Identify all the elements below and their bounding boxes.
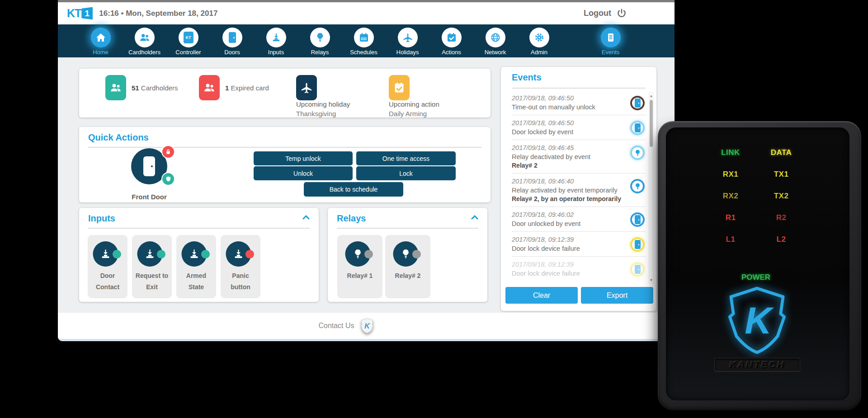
inputs-card: Inputs DoorContact Request toExit (79, 208, 319, 302)
content-area: 51 Cardholders 1 Expired card Upcoming h… (58, 57, 675, 313)
nav-item-inputs[interactable]: Inputs (254, 24, 298, 57)
nav-item-network[interactable]: Network (473, 24, 517, 57)
cardholders-stat: 51 Cardholders (105, 75, 178, 100)
clear-button[interactable]: Clear (505, 287, 578, 304)
nav-item-holidays[interactable]: Holidays (386, 24, 429, 57)
nav-item-cardholders[interactable]: Cardholders (123, 24, 166, 57)
datetime-text: 16:16 • Mon, September 18, 2017 (99, 9, 217, 18)
expired-stat-icon (199, 75, 220, 100)
input-tile-label: Panicbutton (221, 270, 260, 293)
device-led-labels: LINK DATA RX1 TX1 RX2 TX2 R1 R2 L1 L2 (705, 148, 807, 244)
holidays-icon (398, 28, 418, 47)
relay-event-icon (630, 179, 645, 193)
input-tile-door-contact[interactable]: DoorContact (88, 235, 127, 298)
holiday-icon (296, 75, 317, 100)
scrollbar-thumb[interactable] (650, 100, 653, 147)
svg-text:K: K (364, 322, 370, 330)
contact-us-link[interactable]: Contact Us K (318, 318, 373, 333)
door-event-icon (630, 96, 645, 110)
inputs-title: Inputs (88, 213, 115, 224)
event-list: 2017/09/18, 09:46:50 Time-out on manuall… (512, 90, 646, 284)
lock-button[interactable]: Lock (356, 166, 456, 180)
nav-item-doors[interactable]: Doors (210, 24, 254, 57)
home-icon (91, 28, 111, 47)
nav-item-schedules[interactable]: Schedules (342, 24, 386, 57)
events-title: Events (512, 72, 542, 83)
nav-item-relays[interactable]: Relays (298, 24, 342, 57)
event-row: 2017/09/18, 09:46:50 Door locked by even… (512, 115, 646, 140)
event-row: 2017/09/18, 09:12:39 Door lock device fa… (512, 232, 646, 257)
footer: Contact Us K (58, 313, 675, 341)
main-nav: Home Cardholders KT Controller Doors Inp… (58, 24, 675, 57)
door-event-icon (630, 212, 645, 227)
relays-collapse-button[interactable] (471, 215, 478, 220)
status-dot (364, 250, 373, 258)
led-data: DATA (771, 148, 792, 157)
scroll-down-icon[interactable]: ▼ (649, 278, 653, 282)
kantech-brand-plate: KANTECH (714, 358, 800, 371)
relay-tile-2[interactable]: Relay# 2 (385, 235, 430, 298)
export-button[interactable]: Export (581, 287, 653, 304)
relays-title: Relays (337, 213, 366, 224)
action-name: Daily Arming (389, 110, 427, 117)
status-dot (157, 250, 165, 258)
led-power: POWER (705, 273, 807, 282)
door-event-icon (630, 262, 645, 277)
unlock-button[interactable]: Unlock (254, 166, 353, 180)
one-time-access-button[interactable]: One time access (356, 151, 456, 165)
events-scrollbar[interactable]: ▲ ▼ (649, 92, 654, 284)
led-l2: L2 (777, 235, 786, 244)
nav-item-events[interactable]: Events (589, 24, 632, 57)
scroll-up-icon[interactable]: ▲ (649, 94, 653, 98)
nav-item-home[interactable]: Home (79, 24, 123, 57)
relay-tile-1[interactable]: Relay# 1 (337, 235, 382, 298)
input-tile-request-to-exit[interactable]: Request toExit (132, 235, 172, 298)
led-tx1: TX1 (774, 170, 789, 178)
relay-tile-label: Relay# 1 (337, 270, 382, 282)
action-icon (389, 75, 410, 100)
nav-item-admin[interactable]: Admin (517, 24, 561, 57)
door-glyph (143, 156, 155, 176)
doors-icon (222, 28, 242, 47)
kt1-logo: KT 1 (67, 7, 93, 20)
kantech-brand-text: KANTECH (729, 359, 785, 370)
inputs-icon (266, 28, 286, 47)
inputs-collapse-button[interactable] (302, 215, 310, 220)
logout-button[interactable]: Logout (584, 8, 627, 19)
led-tx2: TX2 (774, 192, 789, 200)
holiday-label: Upcoming holiday (296, 100, 350, 108)
divider (88, 147, 481, 148)
status-dot (412, 250, 421, 258)
divider (512, 88, 646, 89)
divider (88, 228, 310, 229)
expired-stat-text: 1 Expired card (225, 84, 269, 92)
kt1-logo-text: KT (67, 7, 81, 20)
led-link: LINK (721, 148, 740, 157)
cardholders-stat-text: 51 Cardholders (132, 84, 178, 92)
temp-unlock-button[interactable]: Temp unlock (254, 151, 353, 165)
locked-status-badge (161, 145, 175, 159)
kt1-device-photo: LINK DATA RX1 TX1 RX2 TX2 R1 R2 L1 L2 PO… (658, 121, 861, 410)
nav-item-controller[interactable]: KT Controller (166, 24, 210, 57)
relays-card: Relays Relay# 1 Relay# 2 (328, 208, 487, 302)
status-dot (245, 250, 254, 258)
led-l1: L1 (726, 235, 736, 244)
back-to-schedule-button[interactable]: Back to schedule (304, 182, 403, 197)
network-icon (486, 28, 505, 47)
event-row: 2017/09/18, 09:46:02 Door unlocked by ev… (512, 207, 646, 232)
relay-event-icon (630, 146, 645, 160)
app-window: KT 1 16:16 • Mon, September 18, 2017 Log… (58, 0, 675, 341)
input-tile-panic-button[interactable]: Panicbutton (221, 235, 260, 298)
actions-icon (442, 28, 462, 47)
controller-icon: KT (179, 28, 198, 47)
holiday-name: Thanksgiving (296, 110, 336, 117)
status-dot (201, 250, 210, 258)
summary-card: 51 Cardholders 1 Expired card Upcoming h… (79, 69, 491, 117)
logout-label: Logout (584, 9, 611, 18)
input-tile-label: ArmedState (176, 270, 216, 293)
input-tile-armed-state[interactable]: ArmedState (176, 235, 216, 298)
relays-icon (310, 28, 330, 47)
shield-status-badge (161, 172, 175, 186)
nav-item-actions[interactable]: Actions (429, 24, 473, 57)
expired-stat: 1 Expired card (199, 75, 269, 100)
